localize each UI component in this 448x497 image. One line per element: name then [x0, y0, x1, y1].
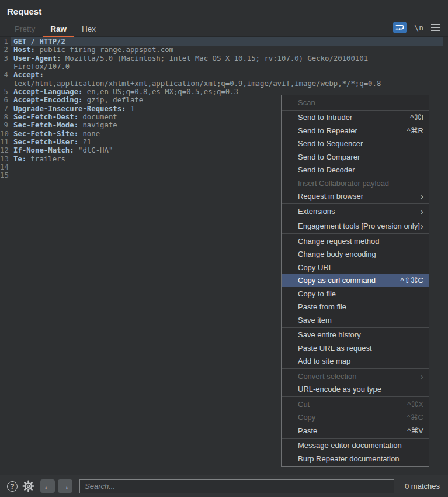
header-value: gzip, deflate [82, 96, 143, 104]
editor-line: 2Host: public-firing-range.appspot.com [0, 46, 448, 54]
menu-item-message-editor-documentation[interactable]: Message editor documentation [282, 439, 429, 453]
editor-line: 4Accept: [0, 71, 448, 79]
menu-item-copy-to-file[interactable]: Copy to file [282, 287, 429, 301]
line-number: 5 [0, 88, 9, 96]
menu-item-send-to-comparer[interactable]: Send to Comparer [282, 150, 429, 164]
menu-item-burp-repeater-documentation[interactable]: Burp Repeater documentation [282, 452, 429, 465]
header-name: Te: [13, 155, 26, 163]
menu-item-label: Paste [298, 426, 402, 435]
menu-item-change-body-encoding[interactable]: Change body encoding [282, 248, 429, 261]
header-value: "dtC-HA" [74, 146, 113, 154]
submenu-arrow-icon: › [421, 192, 423, 201]
burp-request-panel: Request PrettyRawHex \n 1GET / HTTP/22Ho… [0, 0, 448, 497]
menu-item-copy-url[interactable]: Copy URL [282, 261, 429, 274]
menu-item-url-encode-as-you-type[interactable]: URL-encode as you type [282, 383, 429, 396]
menu-item-label: Copy URL [298, 263, 423, 272]
menu-separator [282, 327, 429, 328]
menu-separator [282, 203, 429, 204]
arrow-right-icon: → [61, 481, 70, 491]
line-number: 7 [0, 105, 9, 113]
menu-item-label: Send to Intruder [298, 113, 405, 122]
menu-item-paste-from-file[interactable]: Paste from file [282, 301, 429, 314]
menu-separator [282, 233, 429, 234]
header-name: Accept-Language: [13, 88, 82, 96]
header-value: public-firing-range.appspot.com [35, 46, 173, 54]
line-number: 14 [0, 163, 9, 171]
help-icon[interactable]: ? [7, 481, 18, 492]
header-value: trailers [26, 155, 65, 163]
menu-item-label: Send to Sequencer [298, 139, 423, 148]
line-number [0, 80, 9, 88]
menu-item-label: Scan [298, 98, 423, 107]
menu-item-request-in-browser[interactable]: Request in browser› [282, 190, 429, 203]
menu-item-label: Burp Repeater documentation [298, 454, 423, 463]
arrow-left-icon: ← [43, 481, 52, 491]
line-number: 2 [0, 46, 9, 54]
menu-item-label: URL-encode as you type [298, 385, 423, 394]
line-number: 8 [0, 113, 9, 121]
menu-item-convert-selection: Convert selection› [282, 370, 429, 383]
menu-item-send-to-intruder[interactable]: Send to Intruder^⌘I [282, 111, 429, 125]
header-value: none [78, 130, 100, 138]
menu-item-label: Paste from file [298, 302, 423, 311]
line-number: 10 [0, 130, 9, 138]
line-content: Firefox/107.0 [11, 63, 448, 71]
line-number: 6 [0, 96, 9, 104]
menu-item-label: Cut [298, 400, 402, 409]
header-value: en,en-US;q=0.8,es-MX;q=0.5,es;q=0.3 [82, 88, 238, 96]
menu-item-copy-as-curl-command[interactable]: Copy as curl command^⇧⌘C [282, 274, 429, 288]
context-menu: ScanSend to Intruder^⌘ISend to Repeater^… [281, 95, 429, 467]
editor-line: 1GET / HTTP/2 [0, 37, 448, 46]
editor-menu-button[interactable] [431, 24, 440, 31]
header-name: GET / HTTP/2 [13, 37, 65, 46]
context-menu-items: ScanSend to Intruder^⌘ISend to Repeater^… [282, 96, 429, 465]
tab-pretty[interactable]: Pretty [7, 22, 43, 36]
menu-item-label: Copy to file [298, 289, 423, 298]
menu-item-label: Engagement tools [Pro version only] [298, 222, 418, 230]
menu-item-save-entire-history[interactable]: Save entire history [282, 329, 429, 342]
menu-item-label: Change request method [298, 237, 423, 246]
menu-item-shortcut: ^⌘I [410, 113, 423, 122]
menu-separator [282, 368, 429, 369]
menu-item-add-to-site-map[interactable]: Add to site map [282, 355, 429, 368]
menu-item-paste-url-as-request[interactable]: Paste URL as request [282, 341, 429, 355]
panel-title: Request [7, 6, 41, 16]
search-settings-button[interactable] [22, 480, 34, 492]
menu-separator [282, 219, 429, 219]
menu-item-label: Copy [298, 413, 402, 422]
header-value: document [78, 113, 117, 121]
header-name: Sec-Fetch-Site: [13, 130, 78, 138]
message-view-tabs: PrettyRawHex \n [0, 20, 448, 37]
header-name: Accept-Encoding: [13, 96, 82, 104]
line-content: GET / HTTP/2 [11, 37, 443, 46]
header-value: navigate [78, 121, 117, 129]
menu-separator [282, 110, 429, 111]
search-input[interactable] [79, 479, 394, 493]
menu-item-send-to-sequencer[interactable]: Send to Sequencer [282, 137, 429, 151]
gutter-divider [11, 37, 11, 475]
previous-match-button[interactable]: ← [40, 479, 55, 493]
menu-item-send-to-decoder[interactable]: Send to Decoder [282, 164, 429, 177]
tab-list: PrettyRawHex [7, 22, 103, 36]
menu-separator [282, 438, 429, 439]
menu-item-label: Change body encoding [298, 250, 423, 258]
menu-item-shortcut: ^⌘V [407, 426, 423, 435]
tab-raw[interactable]: Raw [43, 22, 74, 36]
line-content: Accept: [11, 71, 448, 79]
menu-item-save-item[interactable]: Save item [282, 313, 429, 327]
menu-item-label: Paste URL as request [298, 344, 423, 353]
menu-item-shortcut: ^⌘C [407, 413, 424, 422]
line-content: Host: public-firing-range.appspot.com [11, 46, 448, 54]
next-match-button[interactable]: → [58, 479, 72, 493]
match-count: 0 matches [405, 482, 440, 491]
show-newlines-toggle[interactable]: \n [414, 23, 423, 32]
menu-item-engagement-tools-pro-version-only[interactable]: Engagement tools [Pro version only]› [282, 220, 429, 233]
line-number: 11 [0, 138, 9, 146]
tab-hex[interactable]: Hex [74, 22, 103, 36]
word-wrap-toggle[interactable] [393, 22, 407, 33]
menu-item-paste[interactable]: Paste^⌘V [282, 424, 429, 437]
line-number: 9 [0, 121, 9, 129]
menu-item-change-request-method[interactable]: Change request method [282, 234, 429, 248]
menu-item-send-to-repeater[interactable]: Send to Repeater^⌘R [282, 124, 429, 137]
menu-item-extensions[interactable]: Extensions› [282, 205, 429, 218]
